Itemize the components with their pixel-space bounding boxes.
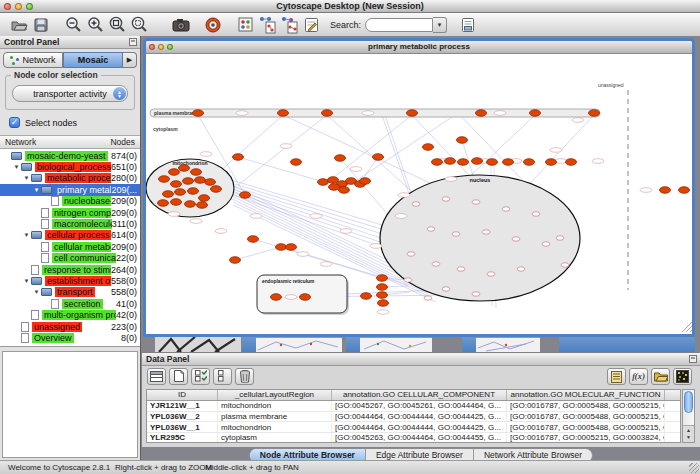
tree-item[interactable]: secretion41(0) [0, 298, 140, 309]
network-node[interactable] [205, 179, 216, 186]
network-node[interactable] [445, 158, 456, 165]
tree-item[interactable]: multi-organism pro42(0) [0, 309, 140, 320]
network-node[interactable] [361, 293, 372, 300]
background-window-preview[interactable] [256, 337, 342, 353]
tree-item[interactable]: ▼metabolic process280(0) [0, 173, 140, 184]
network-node[interactable] [512, 237, 520, 241]
expand-arrow-icon[interactable]: ▼ [32, 187, 41, 193]
zoom-fit-button[interactable] [107, 15, 127, 35]
table-row[interactable]: YPL036W__1mitochondrion[GO:0044464, GO:0… [147, 422, 680, 433]
network-node[interactable] [171, 199, 182, 206]
network-node[interactable] [472, 200, 480, 204]
column-header[interactable]: annotation.GO MOLECULAR_FUNCTION [507, 390, 665, 400]
tree-item[interactable]: nitrogen compo209(0) [0, 207, 140, 218]
tree-header[interactable]: Network Nodes [0, 135, 140, 149]
network-node[interactable] [452, 232, 460, 236]
attribute-batch-editor-button[interactable] [607, 368, 626, 385]
network-node[interactable] [487, 159, 498, 166]
tree-item[interactable]: ▼biological_process651(0) [0, 161, 140, 172]
network-node[interactable] [407, 110, 418, 117]
float-panel-icon[interactable] [129, 38, 137, 46]
network-node[interactable] [286, 244, 297, 251]
create-new-attribute-button[interactable] [169, 368, 188, 385]
network-node[interactable] [532, 212, 540, 216]
tree-item[interactable]: unassigned223(0) [0, 321, 140, 332]
network-node[interactable] [502, 207, 510, 211]
tree-item[interactable]: ▼establishment of lo558(0) [0, 275, 140, 286]
matrix-view-button[interactable] [673, 368, 692, 385]
minimize-icon[interactable] [158, 44, 164, 50]
network-node[interactable] [183, 178, 194, 185]
column-header[interactable]: ID [147, 390, 218, 400]
network-node[interactable] [188, 188, 199, 195]
network-node[interactable] [271, 294, 282, 301]
tree-item[interactable]: Overview8(0) [0, 332, 140, 343]
network-node[interactable] [163, 191, 174, 198]
network-node[interactable] [424, 296, 432, 300]
network-node[interactable] [373, 154, 384, 161]
network-node[interactable] [561, 263, 569, 267]
network-node[interactable] [197, 202, 208, 209]
annotation-button[interactable] [301, 15, 321, 35]
advanced-search-button[interactable] [458, 15, 478, 35]
network-node[interactable] [377, 284, 388, 291]
search-options-dropdown[interactable]: ▼ [433, 17, 447, 33]
maximize-icon[interactable] [26, 3, 33, 10]
table-row[interactable]: YLR295Ccytoplasm[GO:0045263, GO:0044464,… [147, 433, 680, 443]
select-attributes-button[interactable] [147, 368, 166, 385]
apply-layout-1-button[interactable] [257, 15, 277, 35]
network-node[interactable] [360, 178, 371, 185]
network-node[interactable] [329, 184, 340, 191]
network-node[interactable] [318, 179, 329, 186]
expand-arrow-icon[interactable]: ▼ [32, 289, 41, 295]
delete-attribute-button[interactable] [235, 368, 254, 385]
network-node[interactable] [472, 158, 483, 165]
network-node[interactable] [457, 137, 468, 144]
tab-mosaic[interactable]: Mosaic [63, 52, 123, 68]
network-node[interactable] [339, 187, 350, 194]
background-window-edge[interactable] [559, 337, 695, 352]
network-node[interactable] [542, 242, 550, 246]
expand-arrow-icon[interactable]: ▼ [12, 164, 21, 170]
expand-arrow-icon[interactable]: ▼ [22, 232, 31, 238]
network-node[interactable] [199, 195, 210, 202]
import-attributes-button[interactable] [651, 368, 670, 385]
save-session-button[interactable] [31, 15, 51, 35]
table-row[interactable]: YPL036W__2plasma membrane[GO:0044464, GO… [147, 412, 680, 423]
network-node[interactable] [240, 192, 251, 199]
snapshot-button[interactable] [171, 15, 191, 35]
select-all-attributes-button[interactable] [191, 368, 210, 385]
background-window-preview[interactable] [155, 337, 241, 352]
tab-overflow-button[interactable]: ▶ [123, 52, 137, 68]
network-node[interactable] [530, 110, 541, 117]
network-node[interactable] [679, 187, 690, 194]
network-node[interactable] [233, 154, 244, 161]
node-color-dropdown[interactable]: transporter activity ▲▼ [12, 85, 128, 102]
network-node[interactable] [457, 267, 465, 271]
table-scrollbar[interactable]: ▲▼ [682, 389, 695, 443]
network-graph[interactable]: plasma membranecytoplasmmitochondrionnuc… [146, 54, 692, 334]
help-button[interactable] [203, 15, 223, 35]
tab-network[interactable]: Network [3, 52, 63, 68]
network-node[interactable] [472, 292, 480, 296]
background-window-preview[interactable] [360, 337, 432, 353]
tree-item[interactable]: nucleobase-209(0) [0, 196, 140, 207]
zoom-in-button[interactable] [85, 15, 105, 35]
overview-button[interactable] [235, 15, 255, 35]
birds-eye-view[interactable] [2, 351, 138, 458]
scrollbar-arrows[interactable]: ▲▼ [683, 425, 694, 442]
network-node[interactable] [248, 236, 259, 243]
network-node[interactable] [556, 236, 564, 240]
network-node[interactable] [179, 165, 190, 172]
unselect-all-attributes-button[interactable] [213, 368, 232, 385]
expand-arrow-icon[interactable]: ▼ [22, 278, 31, 284]
open-session-button[interactable] [9, 15, 29, 35]
zoom-out-button[interactable] [63, 15, 83, 35]
network-node[interactable] [230, 257, 241, 264]
network-canvas[interactable]: plasma membranecytoplasmmitochondrionnuc… [146, 54, 692, 334]
network-node[interactable] [193, 110, 204, 117]
background-window-edge[interactable] [242, 337, 256, 352]
network-node[interactable] [503, 159, 514, 166]
network-node[interactable] [660, 187, 671, 194]
network-node[interactable] [423, 144, 434, 151]
